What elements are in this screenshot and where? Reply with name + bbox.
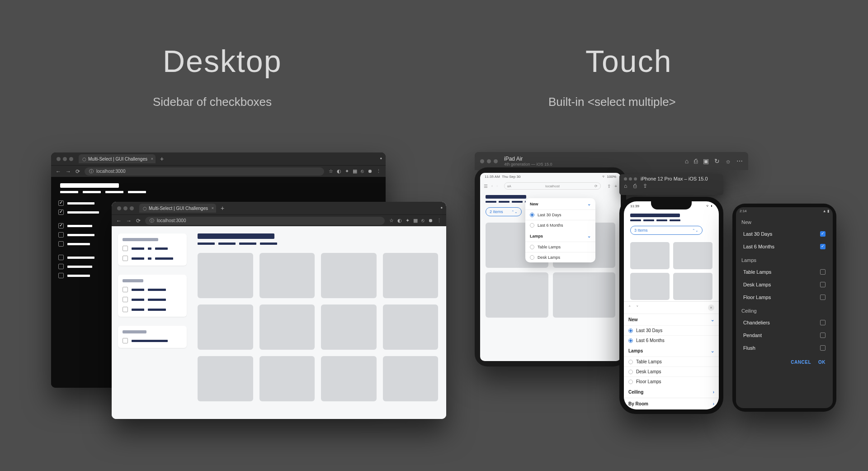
- devtools-icon[interactable]: ▦: [353, 168, 357, 174]
- product-tile[interactable]: [321, 304, 377, 350]
- checkbox-icon[interactable]: [123, 287, 128, 292]
- pin-icon[interactable]: ⎋: [421, 218, 425, 224]
- window-controls[interactable]: [54, 157, 76, 161]
- star-icon[interactable]: ☆: [329, 168, 333, 174]
- checkbox-icon[interactable]: [58, 273, 64, 278]
- checkbox-icon[interactable]: [58, 264, 64, 269]
- moon-icon[interactable]: ◐: [397, 218, 402, 224]
- checkbox-icon[interactable]: [58, 255, 64, 260]
- option-row[interactable]: Floor Lamps: [736, 291, 833, 304]
- product-tile[interactable]: [383, 304, 439, 350]
- product-tile[interactable]: [198, 304, 253, 350]
- product-tile[interactable]: [630, 242, 670, 269]
- option-row[interactable]: Flush: [736, 342, 833, 354]
- checkbox-icon[interactable]: [123, 297, 128, 302]
- option-row[interactable]: Pendant: [736, 329, 833, 342]
- checkbox-icon[interactable]: [820, 345, 826, 351]
- forward-icon[interactable]: ›: [496, 184, 498, 188]
- close-icon[interactable]: ×: [708, 304, 714, 311]
- star-icon[interactable]: ☆: [389, 218, 394, 224]
- checkbox-icon[interactable]: [820, 295, 826, 300]
- reader-icon[interactable]: aA: [507, 185, 511, 188]
- menu-icon[interactable]: ⋮: [437, 218, 442, 224]
- more-icon[interactable]: ⋯: [736, 157, 743, 165]
- option-row[interactable]: Chandeliers: [736, 316, 833, 329]
- new-tab-button[interactable]: +: [221, 205, 224, 212]
- home-icon[interactable]: ⌂: [685, 157, 689, 165]
- close-tab-icon[interactable]: ×: [151, 157, 153, 161]
- product-tile[interactable]: [259, 356, 315, 401]
- option-group-header[interactable]: Lamps⌄: [624, 345, 719, 357]
- option-row[interactable]: Desk Lamps: [624, 366, 719, 376]
- reload-icon[interactable]: ⟳: [594, 184, 598, 188]
- appearance-icon[interactable]: ☼: [725, 157, 731, 165]
- back-icon[interactable]: ←: [116, 218, 122, 224]
- filter-checkbox-row[interactable]: [123, 338, 182, 343]
- tabs-icon[interactable]: +: [614, 184, 617, 189]
- option-group-header[interactable]: By Room›: [624, 398, 719, 409]
- product-tile[interactable]: [321, 253, 377, 298]
- browser-tab[interactable]: ◌ Multi-Select | GUI Challenges ×: [79, 154, 156, 163]
- checkbox-icon[interactable]: [123, 246, 128, 251]
- forward-icon[interactable]: →: [126, 218, 132, 224]
- filter-checkbox-row[interactable]: [123, 307, 182, 312]
- option-row[interactable]: Table Lamps: [736, 266, 833, 278]
- address-bar[interactable]: aA localhost ⟳: [504, 182, 601, 190]
- menu-icon[interactable]: ⋮: [376, 168, 381, 174]
- product-tile[interactable]: [553, 272, 616, 318]
- back-icon[interactable]: ‹: [491, 184, 493, 188]
- checkbox-icon[interactable]: [820, 244, 826, 249]
- option-row[interactable]: Last 6 Months: [624, 335, 719, 345]
- option-row[interactable]: Desk Lamps: [525, 252, 595, 262]
- screenshot-icon[interactable]: ⎙: [694, 157, 698, 165]
- product-tile[interactable]: [321, 356, 377, 401]
- reload-icon[interactable]: ⟳: [75, 168, 80, 175]
- share-icon[interactable]: ⇪: [643, 183, 647, 189]
- checkbox-icon[interactable]: [820, 269, 826, 275]
- new-tab-button[interactable]: +: [160, 155, 164, 162]
- filter-select[interactable]: 3 Items ⌃⌄: [630, 226, 703, 235]
- product-tile[interactable]: [673, 242, 712, 269]
- filter-checkbox-row[interactable]: [123, 246, 182, 251]
- checkbox-icon[interactable]: [820, 282, 826, 287]
- filter-checkbox-row[interactable]: [123, 287, 182, 292]
- product-tile[interactable]: [383, 253, 439, 298]
- sidebar-icon[interactable]: ☰: [484, 184, 488, 189]
- share-icon[interactable]: ⇪: [607, 184, 611, 189]
- checkbox-icon[interactable]: [820, 231, 826, 237]
- checkbox-icon[interactable]: [58, 223, 64, 228]
- option-row[interactable]: Table Lamps: [525, 242, 595, 252]
- option-row[interactable]: Last 30 Days: [525, 209, 595, 220]
- option-row[interactable]: Last 30 Days: [736, 228, 833, 240]
- filter-select[interactable]: 2 Items ⌃⌄: [486, 207, 522, 216]
- checkbox-icon[interactable]: [58, 200, 64, 206]
- rotate-left-icon[interactable]: ↻: [714, 157, 720, 165]
- option-group-header[interactable]: New⌄: [624, 314, 719, 325]
- option-row[interactable]: Last 30 Days: [624, 325, 719, 335]
- forward-icon[interactable]: →: [66, 168, 71, 175]
- checkbox-icon[interactable]: [820, 333, 826, 338]
- option-row[interactable]: Floor Lamps: [624, 376, 719, 386]
- checkbox-icon[interactable]: [58, 209, 64, 215]
- mic-icon[interactable]: ⏺: [368, 168, 373, 174]
- extension-icon[interactable]: ✦: [345, 168, 349, 174]
- address-bar[interactable]: ⓘ localhost:3000: [85, 167, 324, 176]
- ok-button[interactable]: OK: [818, 360, 826, 365]
- minimize-icon[interactable]: •: [441, 205, 443, 211]
- rotate-icon[interactable]: ▣: [703, 157, 709, 165]
- product-tile[interactable]: [198, 356, 253, 401]
- filter-checkbox-row[interactable]: [123, 297, 182, 302]
- option-group-header[interactable]: Lamps⌄: [525, 230, 595, 242]
- close-tab-icon[interactable]: ×: [212, 206, 214, 210]
- option-row[interactable]: Last 6 Months: [736, 240, 833, 253]
- checkbox-icon[interactable]: [58, 241, 64, 247]
- option-group-header[interactable]: Ceiling›: [624, 386, 719, 398]
- sheet-stepper[interactable]: ˄ ˅: [628, 305, 641, 311]
- option-group-header[interactable]: New⌄: [525, 198, 595, 209]
- moon-icon[interactable]: ◐: [337, 168, 341, 174]
- extension-icon[interactable]: ✦: [406, 218, 410, 224]
- pin-icon[interactable]: ⎋: [361, 168, 364, 174]
- window-controls[interactable]: [114, 206, 137, 210]
- product-tile[interactable]: [259, 253, 315, 298]
- checkbox-icon[interactable]: [123, 338, 128, 343]
